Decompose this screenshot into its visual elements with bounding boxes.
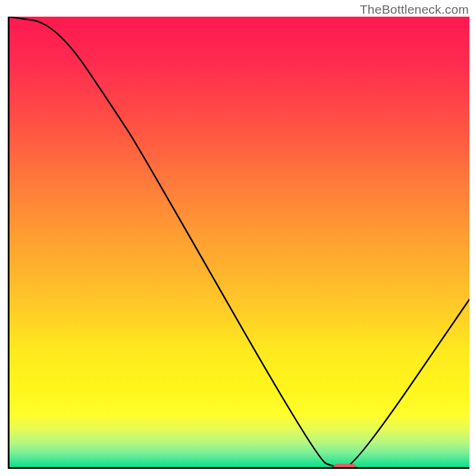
chart-frame xyxy=(8,17,469,469)
bottleneck-curve-svg xyxy=(8,17,469,469)
bottleneck-curve-path xyxy=(8,17,469,468)
watermark-text: TheBottleneck.com xyxy=(360,2,469,17)
plot-area xyxy=(8,17,469,469)
optimal-point-marker xyxy=(333,464,356,469)
